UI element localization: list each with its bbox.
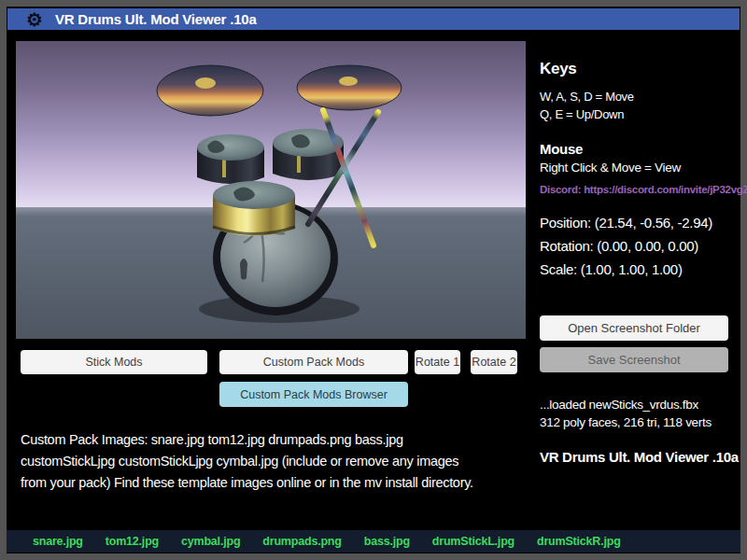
instructions-line-1: Custom Pack Images: snare.jpg tom12.jpg …: [21, 429, 529, 451]
loaded-images-bar: snare.jpg tom12.jpg cymbal.jpg drumpads.…: [7, 530, 740, 553]
file-item-tom12: tom12.jpg: [106, 535, 159, 548]
viewport-3d[interactable]: [16, 41, 526, 339]
drum-kit-render: [16, 41, 526, 339]
position-readout: Position: (21.54, -0.56, -2.94): [540, 215, 712, 231]
app-window: ⚙ VR Drums Ult. Mod Viewer .10a: [0, 0, 747, 560]
mesh-stats: 312 poly faces, 216 tri, 118 verts: [540, 415, 712, 429]
file-item-snare: snare.jpg: [33, 535, 83, 548]
loaded-model-status: ...loaded newSticks_vrdus.fbx: [540, 398, 698, 412]
file-item-drumstickr: drumStickR.jpg: [537, 535, 621, 548]
stick-mods-button[interactable]: Stick Mods: [21, 350, 207, 374]
keys-line-updown: Q, E = Up/Down: [540, 107, 624, 121]
scale-readout: Scale: (1.00, 1.00, 1.00): [540, 261, 683, 277]
rotate-1-button[interactable]: Rotate 1: [415, 350, 460, 374]
rotate-2-button[interactable]: Rotate 2: [471, 350, 517, 374]
discord-link[interactable]: Discord: https://discord.com/invite/jP32…: [540, 184, 747, 195]
keys-line-move: W, A, S, D = Move: [540, 90, 634, 104]
open-screenshot-folder-button[interactable]: Open Screenshot Folder: [540, 315, 728, 341]
custom-pack-instructions: Custom Pack Images: snare.jpg tom12.jpg …: [21, 429, 529, 494]
instructions-line-2: customStickLjpg customStickLjpg cymbal.j…: [21, 451, 529, 472]
mouse-line-view: Right Click & Move = View: [540, 161, 681, 175]
mouse-heading: Mouse: [540, 141, 583, 157]
custom-pack-mods-browser-button[interactable]: Custom Pack Mods Browser: [219, 382, 408, 407]
file-item-bass: bass.jpg: [364, 535, 410, 548]
app-version-label: VR Drums Ult. Mod Viewer .10a: [540, 449, 739, 465]
keys-heading: Keys: [540, 60, 576, 78]
save-screenshot-button[interactable]: Save Screenshot: [540, 347, 728, 372]
gear-icon: ⚙: [26, 10, 43, 29]
file-item-cymbal: cymbal.jpg: [181, 535, 240, 548]
file-item-drumpads: drumpads.png: [262, 535, 341, 548]
file-item-drumstickl: drumStickL.jpg: [432, 535, 514, 548]
instructions-line-3: from your pack) Find these template imag…: [21, 472, 529, 494]
title-bar: ⚙ VR Drums Ult. Mod Viewer .10a: [7, 8, 740, 30]
custom-pack-mods-button[interactable]: Custom Pack Mods: [219, 350, 408, 374]
rotation-readout: Rotation: (0.00, 0.00, 0.00): [540, 238, 698, 254]
window-title: VR Drums Ult. Mod Viewer .10a: [55, 11, 257, 27]
